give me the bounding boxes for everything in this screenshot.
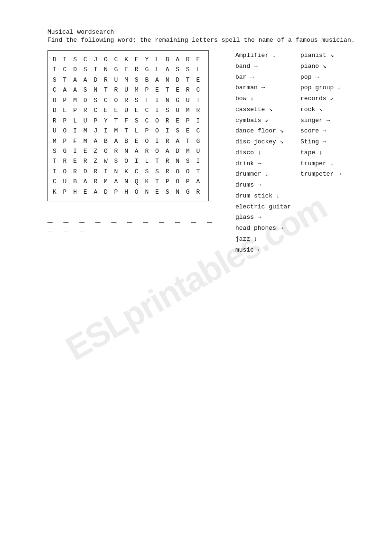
word-item: band → xyxy=(235,61,291,72)
word-item: singer → xyxy=(300,115,341,126)
word-col-1: Amplifier ↓band →bar →barman →bow ↓casse… xyxy=(235,50,291,255)
word-item: Amplifier ↓ xyxy=(235,50,291,61)
word-item: rock ↘ xyxy=(300,104,341,115)
word-item: disco ↓ xyxy=(235,148,291,159)
word-item: drummer ↓ xyxy=(235,169,291,180)
word-item: drums → xyxy=(235,180,291,191)
word-item: barman → xyxy=(235,83,291,94)
word-item: music ← xyxy=(235,245,291,256)
word-item: dance floor ↘ xyxy=(235,126,291,137)
word-item: score → xyxy=(300,126,341,137)
word-item: trumpeter → xyxy=(300,169,341,180)
instructions: Find the following word; the remaining l… xyxy=(47,37,359,44)
wordsearch-grid: D I S C J O C K E Y L B A R E I C D S I … xyxy=(47,50,209,201)
word-item: bow ↓ xyxy=(235,94,291,104)
word-item: tape ↓ xyxy=(300,148,341,159)
word-item: bar → xyxy=(235,72,291,83)
answer-blanks: _ _ _ _ _ _ _ _ _ _ _ _ _ _ xyxy=(47,215,221,234)
word-item: drum stick ↓ xyxy=(235,191,291,202)
word-item: Sting → xyxy=(300,137,341,148)
word-item: pianist ↘ xyxy=(300,50,341,61)
main-area: D I S C J O C K E Y L B A R E I C D S I … xyxy=(47,50,359,255)
word-item: jazz ↓ xyxy=(235,234,291,245)
word-item: drink → xyxy=(235,159,291,169)
page-title: Musical wordsearch xyxy=(47,28,359,36)
word-item: cymbals ↙ xyxy=(235,115,291,126)
word-item: glass → xyxy=(235,212,291,223)
word-item: pop → xyxy=(300,72,341,83)
word-item: records ↙ xyxy=(300,94,341,104)
word-list: Amplifier ↓band →bar →barman →bow ↓casse… xyxy=(235,50,359,255)
word-item: trumper ↓ xyxy=(300,159,341,169)
word-item: disc jockey ↘ xyxy=(235,137,291,148)
word-item: head phones → xyxy=(235,223,291,234)
word-item: electric guitar xyxy=(235,202,291,213)
word-item: pop group ↓ xyxy=(300,83,341,94)
word-columns: Amplifier ↓band →bar →barman →bow ↓casse… xyxy=(235,50,359,255)
word-col-2: pianist ↘piano ↘pop →pop group ↓records … xyxy=(300,50,341,255)
word-item: cassette ↘ xyxy=(235,104,291,115)
word-item: piano ↘ xyxy=(300,61,341,72)
